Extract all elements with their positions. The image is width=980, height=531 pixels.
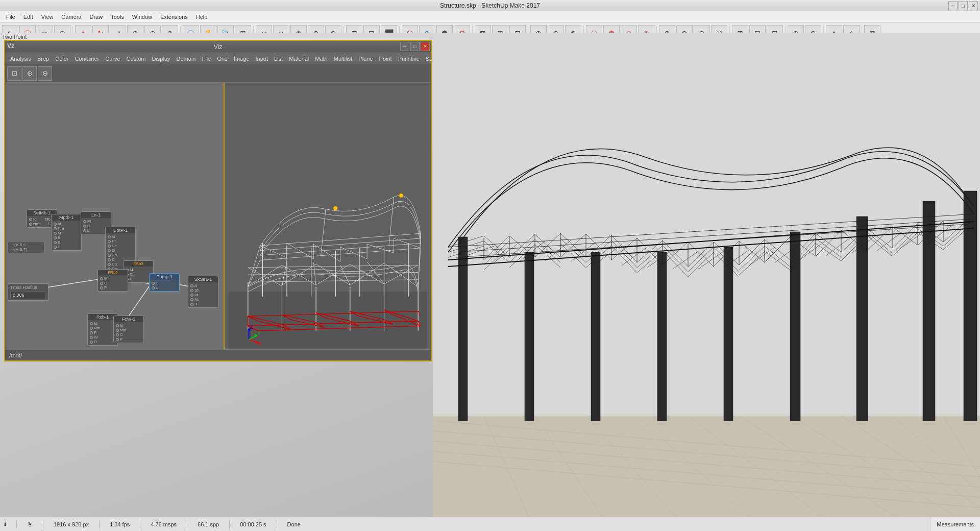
- node-fcw1[interactable]: FcW-1 Id Nm C P: [113, 316, 144, 343]
- node-mptb1[interactable]: Mptb-1 Id Nm M E B L: [51, 214, 82, 251]
- measurements-panel: Measurements: [930, 517, 980, 531]
- viz-zoom-fit[interactable]: ⊡: [7, 66, 21, 81]
- viz-maximize-button[interactable]: □: [410, 42, 420, 51]
- viz-menu-file[interactable]: File: [199, 55, 214, 63]
- viz-menu-multilist[interactable]: Multilist: [331, 55, 356, 63]
- viz-menu-custom[interactable]: Custom: [124, 55, 149, 63]
- status-time: 00:00:25 s: [240, 521, 266, 527]
- svg-text:X: X: [259, 341, 262, 346]
- menu-view[interactable]: View: [37, 13, 58, 21]
- svg-rect-158: [229, 292, 427, 349]
- viz-path-label: /root/: [9, 352, 22, 358]
- svg-rect-0: [433, 416, 980, 531]
- viz-bottom-bar: /root/: [5, 349, 431, 360]
- node-frb3-2[interactable]: FRb3 M C P: [97, 269, 128, 292]
- svg-rect-25: [964, 191, 977, 421]
- viz-window-controls: ─ □ ✕: [400, 42, 430, 51]
- menu-camera[interactable]: Camera: [57, 13, 85, 21]
- viz-menu-color[interactable]: Color: [52, 55, 71, 63]
- viz-menu-primitive[interactable]: Primitive: [395, 55, 423, 63]
- viz-window: Viz ─ □ ✕ Vz Analysis Brep Color Contain…: [4, 40, 432, 361]
- status-sep7: [277, 520, 277, 528]
- viz-menu-plane[interactable]: Plane: [355, 55, 376, 63]
- menu-draw[interactable]: Draw: [85, 13, 107, 21]
- viz-close-button[interactable]: ✕: [421, 42, 430, 51]
- viz-menu-list[interactable]: List: [271, 55, 286, 63]
- viz-menu-bar: Analysis Brep Color Container Curve Cust…: [5, 53, 431, 64]
- status-info-icon: ℹ: [4, 521, 6, 527]
- close-button[interactable]: ✕: [969, 1, 978, 10]
- viz-menu-display[interactable]: Display: [149, 55, 173, 63]
- menu-window[interactable]: Window: [128, 13, 156, 21]
- viz-window-title: Viz: [214, 43, 222, 51]
- svg-rect-19: [591, 252, 600, 421]
- status-sep6: [229, 520, 230, 528]
- status-fps: 1.34 fps: [110, 521, 130, 527]
- info-icon: ℹ: [4, 521, 6, 527]
- status-bar: ℹ 🖱 1916 x 928 px 1.34 fps 4.76 msps 66.…: [0, 517, 980, 531]
- viz-menu-domain[interactable]: Domain: [174, 55, 199, 63]
- minimize-button[interactable]: ─: [948, 1, 958, 10]
- menu-bar: File Edit View Camera Draw Tools Window …: [0, 11, 980, 22]
- structure-render: [433, 33, 980, 531]
- maximize-button[interactable]: □: [959, 1, 968, 10]
- svg-rect-18: [525, 252, 534, 421]
- svg-point-243: [399, 194, 403, 198]
- viz-menu-point[interactable]: Point: [376, 55, 395, 63]
- status-sep1: [16, 520, 17, 528]
- viz-node-panel[interactable]: SetMb-1 IdMb NmS Mptb-1 Id Nm M E B L Ln…: [5, 83, 225, 349]
- svg-point-242: [333, 206, 337, 210]
- status-resolution: 1916 x 928 px: [54, 521, 89, 527]
- viz-menu-math[interactable]: Math: [312, 55, 330, 63]
- node-comp1[interactable]: Comp-1 C L: [149, 273, 180, 292]
- status-spp: 66.1 spp: [198, 521, 219, 527]
- viz-menu-input[interactable]: Input: [253, 55, 271, 63]
- viz-3d-panel[interactable]: Z X Y: [225, 83, 431, 349]
- viz-minimize-button[interactable]: ─: [400, 42, 409, 51]
- svg-line-156: [128, 284, 151, 318]
- svg-text:Z: Z: [250, 325, 253, 330]
- viz-content: SetMb-1 IdMb NmS Mptb-1 Id Nm M E B L Ln…: [5, 83, 431, 349]
- node-sksea1[interactable]: SkSea-1 A Sh Id Ad B: [188, 276, 218, 308]
- viz-toolbar: ⊡ ⊕ ⊖: [5, 64, 431, 83]
- viz-menu-curve[interactable]: Curve: [102, 55, 123, 63]
- measurements-label: Measurements: [937, 521, 974, 527]
- svg-rect-20: [657, 252, 667, 421]
- viz-menu-brep[interactable]: Brep: [34, 55, 52, 63]
- window-title: Structure.skp - SketchUp Make 2017: [440, 2, 540, 9]
- node-ab-expr[interactable]: →(A,B↑) →(A,B,T): [8, 241, 44, 253]
- menu-help[interactable]: Help: [192, 13, 212, 21]
- node-truss-radius[interactable]: Truss Radius 0.006: [8, 283, 48, 301]
- viz-menu-material[interactable]: Material: [286, 55, 312, 63]
- mouse-icon: 🖱: [27, 521, 33, 527]
- truss-structure-svg: [433, 33, 980, 531]
- viz-menu-container[interactable]: Container: [72, 55, 103, 63]
- status-done: Done: [287, 521, 301, 527]
- svg-rect-16: [433, 33, 980, 416]
- menu-tools[interactable]: Tools: [107, 13, 128, 21]
- top-status-label: Two Point: [2, 34, 27, 40]
- viz-menu-sequence[interactable]: Sequence: [423, 55, 431, 63]
- title-bar: Structure.skp - SketchUp Make 2017 ─ □ ✕: [0, 0, 980, 11]
- viz-menu-image[interactable]: Image: [231, 55, 253, 63]
- status-sep4: [140, 520, 140, 528]
- viz-menu-grid[interactable]: Grid: [214, 55, 231, 63]
- window-controls: ─ □ ✕: [948, 1, 978, 10]
- status-msps: 4.76 msps: [151, 521, 177, 527]
- svg-rect-17: [458, 237, 468, 421]
- viz-logo: Vz: [7, 42, 14, 50]
- viz-title-bar[interactable]: Viz ─ □ ✕ Vz: [5, 41, 431, 53]
- viz-3d-svg: Z X Y: [225, 83, 431, 349]
- svg-text:Y: Y: [258, 330, 261, 335]
- menu-extensions[interactable]: Extensions: [156, 13, 192, 21]
- viz-zoom-out[interactable]: ⊖: [38, 66, 52, 81]
- status-sep3: [99, 520, 100, 528]
- status-sep5: [187, 520, 187, 528]
- menu-edit[interactable]: Edit: [19, 13, 37, 21]
- svg-rect-21: [724, 247, 733, 421]
- status-sep2: [43, 520, 43, 528]
- menu-file[interactable]: File: [2, 13, 19, 21]
- viz-menu-analysis[interactable]: Analysis: [7, 55, 34, 63]
- svg-line-154: [43, 279, 99, 288]
- viz-zoom-in[interactable]: ⊕: [22, 66, 37, 81]
